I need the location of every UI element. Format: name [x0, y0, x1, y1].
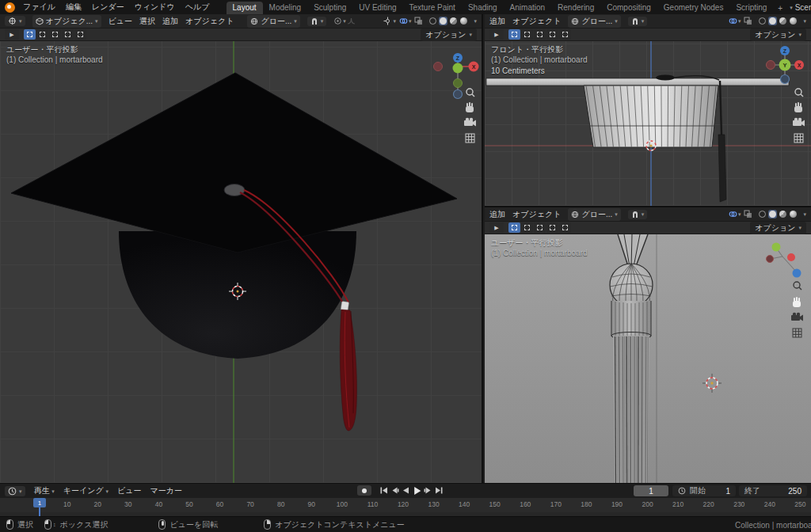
navigation-gizmo[interactable]: Z X Y	[767, 46, 805, 84]
snap-button[interactable]: ▾	[628, 17, 648, 26]
viewport-closeup-canvas[interactable]: ユーザー・平行投影 (1) Collection | mortarboard	[485, 234, 811, 483]
blender-logo-icon[interactable]	[5, 2, 15, 13]
gizmo-z-negative[interactable]	[454, 90, 463, 99]
tab-compositing[interactable]: Compositing	[600, 2, 657, 14]
tab-modeling[interactable]: Modeling	[263, 2, 308, 14]
viewport-main-canvas[interactable]: Z X	[0, 41, 482, 483]
frame-end-field[interactable]: 終了 250	[739, 485, 807, 496]
select-extend-button[interactable]	[521, 222, 533, 233]
tab-sculpting[interactable]: Sculpting	[307, 2, 352, 14]
snap-button[interactable]: ▾	[307, 17, 327, 26]
gizmo-y-axis[interactable]	[453, 63, 463, 74]
select-intersect-button[interactable]	[74, 29, 86, 40]
menu-marker[interactable]: マーカー	[150, 485, 182, 496]
transform-orientation[interactable]: グロー... ▾	[247, 15, 299, 28]
menu-keying[interactable]: キーイング ▾	[63, 485, 109, 496]
tool-options-dropdown[interactable]: オプション ▾	[750, 28, 806, 41]
menu-window[interactable]: ウィンドウ	[135, 2, 175, 13]
gizmo-x-axis[interactable]	[787, 253, 795, 261]
zoom-tool-icon[interactable]	[795, 89, 803, 97]
select-extend-button[interactable]	[521, 29, 533, 40]
select-invert-button[interactable]	[546, 222, 558, 233]
board-slab[interactable]	[486, 78, 789, 86]
select-subtract-button[interactable]	[534, 29, 546, 40]
tab-texture-paint[interactable]: Texture Paint	[403, 2, 462, 14]
gizmo-y-negative[interactable]	[454, 79, 463, 88]
shading-wireframe-button[interactable]	[758, 210, 767, 218]
tab-uv-editing[interactable]: UV Editing	[352, 2, 402, 14]
proportional-editing-button[interactable]: ▾	[333, 17, 356, 25]
camera-view-icon[interactable]	[464, 118, 476, 127]
zoom-tool-icon[interactable]	[794, 282, 801, 290]
select-intersect-button[interactable]	[559, 222, 571, 233]
tab-layout[interactable]: Layout	[227, 2, 263, 14]
select-set-button[interactable]	[508, 29, 520, 40]
select-set-button[interactable]	[24, 29, 36, 40]
shading-solid-button[interactable]	[439, 17, 447, 25]
snap-button[interactable]: ▾	[628, 210, 648, 219]
shading-wireframe-button[interactable]	[758, 17, 767, 25]
select-intersect-button[interactable]	[559, 29, 571, 40]
tool-options-dropdown[interactable]: オプション ▾	[421, 28, 477, 41]
tool-fallback-button[interactable]: ▶	[5, 29, 19, 40]
overlays-toggle[interactable]: ▾	[729, 17, 741, 25]
xray-toggle[interactable]	[744, 17, 752, 25]
select-invert-button[interactable]	[62, 29, 74, 40]
menu-add[interactable]: 追加	[489, 16, 505, 27]
menu-object[interactable]: オブジェクト	[512, 16, 561, 27]
tab-scripting[interactable]: Scripting	[729, 2, 773, 14]
gizmo-z-axis[interactable]	[793, 269, 801, 278]
menu-object[interactable]: オブジェクト	[512, 209, 561, 220]
gizmos-toggle[interactable]: ▾	[383, 17, 396, 25]
ortho-grid-icon[interactable]	[794, 134, 803, 142]
play-button[interactable]	[412, 485, 422, 496]
next-keyframe-button[interactable]	[423, 485, 433, 496]
xray-toggle[interactable]	[744, 210, 752, 218]
select-subtract-button[interactable]	[49, 29, 61, 40]
editor-type-button[interactable]: ▾	[5, 16, 25, 26]
frame-start-field[interactable]: 開始 1	[672, 485, 736, 496]
select-extend-button[interactable]	[36, 29, 48, 40]
shading-solid-button[interactable]	[768, 17, 777, 25]
timeline-editor-type-button[interactable]: ▾	[5, 486, 25, 496]
select-subtract-button[interactable]	[534, 222, 546, 233]
ortho-grid-icon[interactable]	[466, 134, 474, 142]
gizmo-x-negative[interactable]	[767, 256, 774, 263]
pan-hand-icon[interactable]	[466, 102, 474, 112]
timeline-ruler[interactable]: 1020304050607080901001101201301401501601…	[0, 498, 811, 517]
gizmo-y-axis[interactable]	[772, 243, 781, 252]
menu-add[interactable]: 追加	[162, 16, 178, 27]
play-reverse-button[interactable]	[401, 485, 411, 496]
shading-material-button[interactable]	[779, 210, 787, 218]
shading-wireframe-button[interactable]	[428, 17, 437, 25]
navigation-gizmo[interactable]: Z X	[434, 53, 479, 99]
shading-material-button[interactable]	[779, 17, 787, 25]
jump-to-start-button[interactable]	[379, 485, 389, 496]
viewport-front-canvas[interactable]: Z X Y	[485, 41, 811, 206]
tool-fallback-button[interactable]: ▶	[489, 29, 504, 40]
overlays-toggle[interactable]: ▾	[729, 210, 741, 218]
transform-orientation[interactable]: グロー... ▾	[568, 15, 620, 28]
select-invert-button[interactable]	[546, 29, 558, 40]
mode-selector[interactable]: オブジェク... ▾	[32, 15, 101, 28]
gizmo-x-negative[interactable]	[767, 61, 775, 70]
tab-animation[interactable]: Animation	[504, 2, 551, 14]
gizmo-z-negative[interactable]	[781, 75, 790, 84]
scene-selector[interactable]: ▾ Scene	[787, 2, 811, 12]
menu-playback[interactable]: 再生 ▾	[34, 485, 55, 496]
menu-help[interactable]: ヘルプ	[185, 2, 210, 13]
shading-rendered-button[interactable]	[789, 17, 798, 25]
menu-add[interactable]: 追加	[489, 209, 505, 220]
shading-rendered-button[interactable]	[459, 17, 468, 25]
menu-file[interactable]: ファイル	[23, 2, 55, 13]
menu-view[interactable]: ビュー	[109, 16, 132, 27]
menu-edit[interactable]: 編集	[66, 2, 82, 13]
cap-base-wireframe[interactable]	[584, 86, 718, 147]
pan-hand-icon[interactable]	[794, 102, 802, 112]
previous-keyframe-button[interactable]	[390, 485, 400, 496]
mortarboard-board[interactable]	[11, 73, 457, 253]
xray-toggle[interactable]	[414, 17, 423, 25]
navigation-gizmo[interactable]	[767, 243, 801, 278]
tool-options-dropdown[interactable]: オプション ▾	[750, 222, 806, 234]
overlays-toggle[interactable]: ▾	[399, 17, 412, 25]
